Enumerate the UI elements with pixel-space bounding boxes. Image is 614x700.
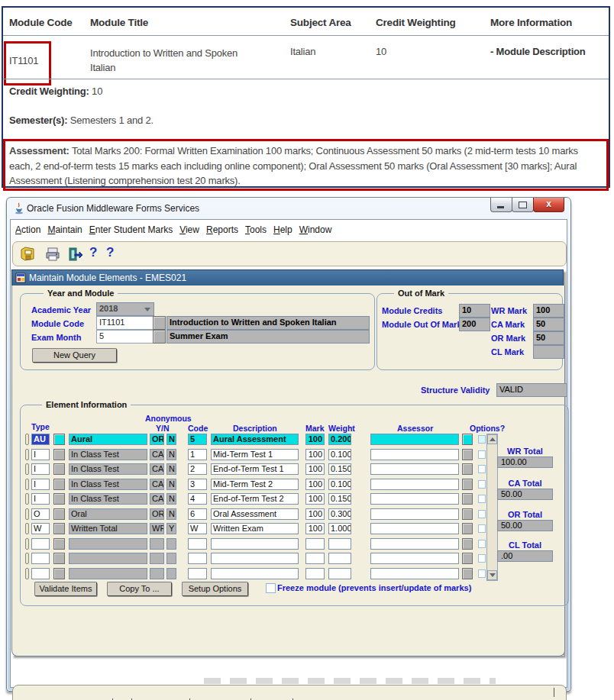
row-lov-button[interactable] — [53, 523, 65, 534]
menu-item-view[interactable]: View — [179, 224, 199, 235]
cell-assessor[interactable] — [370, 568, 459, 579]
cell-weight[interactable]: 0.1000 — [328, 449, 351, 460]
cell-mark[interactable]: 100 — [305, 449, 325, 460]
cell-assessor[interactable] — [370, 538, 459, 550]
cell-assessor[interactable] — [370, 493, 459, 505]
cell-assessor[interactable] — [370, 553, 459, 564]
options-button[interactable] — [462, 479, 473, 490]
cell-code[interactable] — [188, 568, 207, 579]
cell-code[interactable]: W — [188, 523, 207, 534]
cell-code[interactable] — [188, 538, 207, 550]
options-checkbox[interactable] — [478, 524, 486, 533]
cell-mark[interactable]: 100 — [305, 523, 325, 534]
row-lov-button[interactable] — [53, 479, 65, 490]
cell-type[interactable]: I — [31, 449, 50, 460]
setup-options-button[interactable]: Setup Options — [182, 582, 248, 596]
cell-assessor[interactable] — [370, 434, 459, 445]
cell-description[interactable]: Aural Assessment — [211, 434, 299, 445]
save-icon[interactable] — [19, 246, 36, 263]
cell-code[interactable]: 5 — [188, 434, 207, 445]
cell-weight[interactable]: 1.0000 — [328, 523, 351, 534]
cell-mark[interactable]: 100 — [305, 434, 325, 445]
academic-year-dropdown[interactable]: 2018 — [96, 302, 154, 316]
minimize-button[interactable] — [490, 198, 512, 212]
cell-type[interactable]: I — [31, 463, 50, 475]
cell-mark[interactable]: 100 — [305, 493, 325, 505]
close-button[interactable]: x — [533, 198, 564, 212]
freeze-module-checkbox[interactable] — [266, 583, 276, 593]
new-query-button[interactable]: New Query — [32, 348, 117, 363]
cell-description[interactable]: Mid-Term Test 2 — [211, 479, 299, 490]
menu-item-help[interactable]: Help — [273, 224, 292, 235]
cell-code[interactable] — [188, 553, 207, 564]
options-button[interactable] — [462, 449, 473, 460]
options-checkbox[interactable] — [478, 450, 486, 459]
cell-assessor[interactable] — [370, 523, 459, 534]
cell-weight[interactable]: 0.1500 — [328, 463, 351, 475]
options-checkbox[interactable] — [478, 495, 486, 503]
cell-weight[interactable] — [328, 553, 351, 564]
exit-icon[interactable] — [66, 246, 83, 263]
cell-assessor[interactable] — [370, 449, 459, 460]
cell-type[interactable]: O — [31, 508, 50, 520]
options-button[interactable] — [462, 523, 473, 534]
module-description-link[interactable]: - Module Description — [490, 46, 586, 57]
row-lov-button[interactable] — [53, 553, 65, 564]
cell-assessor[interactable] — [370, 508, 459, 520]
row-lov-button[interactable] — [53, 434, 65, 445]
cell-code[interactable]: 2 — [188, 463, 207, 475]
cell-description[interactable] — [211, 553, 299, 564]
module-code-lov-button[interactable] — [153, 316, 166, 330]
options-checkbox[interactable] — [478, 554, 486, 563]
cell-mark[interactable] — [305, 538, 325, 550]
menu-item-action[interactable]: Action — [15, 224, 40, 235]
validate-items-button[interactable]: Validate Items — [34, 582, 97, 596]
options-button[interactable] — [462, 434, 473, 445]
module-code-input[interactable]: IT1101 — [96, 316, 154, 330]
cell-weight[interactable]: 0.3000 — [328, 508, 351, 520]
exam-month-lov-button[interactable] — [153, 330, 166, 344]
cell-mark[interactable]: 100 — [305, 479, 325, 490]
scroll-up-icon[interactable] — [487, 434, 497, 444]
cell-mark[interactable]: 100 — [305, 463, 325, 475]
cell-type[interactable]: I — [31, 479, 50, 490]
cell-weight[interactable]: 0.2000 — [328, 434, 351, 445]
options-button[interactable] — [462, 508, 473, 520]
cell-type[interactable] — [31, 538, 50, 550]
cell-mark[interactable] — [305, 553, 325, 564]
cell-type[interactable]: AU — [31, 434, 50, 445]
options-button[interactable] — [462, 538, 473, 550]
cell-code[interactable]: 4 — [188, 493, 207, 505]
options-checkbox[interactable] — [478, 510, 486, 518]
menu-item-window[interactable]: Window — [299, 224, 332, 235]
cell-weight[interactable]: 0.1000 — [328, 479, 351, 490]
exam-month-input[interactable]: 5 — [96, 330, 154, 344]
cell-description[interactable] — [211, 568, 299, 579]
cell-type[interactable]: W — [31, 523, 50, 534]
cell-description[interactable]: Mid-Term Test 1 — [211, 449, 299, 460]
mdi-titlebar[interactable]: Maintain Module Elements - EMES021 — [11, 269, 564, 287]
menu-item-tools[interactable]: Tools — [245, 224, 267, 235]
cell-type[interactable] — [31, 568, 50, 579]
cell-mark[interactable] — [305, 568, 325, 579]
cell-description[interactable] — [211, 538, 299, 550]
row-lov-button[interactable] — [53, 508, 65, 520]
options-button[interactable] — [462, 553, 473, 564]
cell-mark[interactable]: 100 — [305, 508, 325, 520]
options-checkbox[interactable] — [478, 465, 486, 473]
options-button[interactable] — [462, 463, 473, 475]
menu-item-enter-student-marks[interactable]: Enter Student Marks — [89, 224, 173, 235]
row-lov-button[interactable] — [53, 538, 65, 550]
cell-code[interactable]: 3 — [188, 479, 207, 490]
menu-item-reports[interactable]: Reports — [206, 224, 238, 235]
row-lov-button[interactable] — [53, 463, 65, 475]
menu-item-maintain[interactable]: Maintain — [47, 224, 82, 235]
cell-weight[interactable] — [328, 538, 351, 550]
element-scrollbar[interactable] — [486, 434, 498, 581]
maximize-button[interactable] — [512, 198, 534, 212]
row-lov-button[interactable] — [53, 493, 65, 505]
options-button[interactable] — [462, 493, 473, 505]
cell-type[interactable]: I — [31, 493, 50, 505]
cell-description[interactable]: Oral Assessment — [211, 508, 299, 520]
cell-code[interactable]: 6 — [188, 508, 207, 520]
